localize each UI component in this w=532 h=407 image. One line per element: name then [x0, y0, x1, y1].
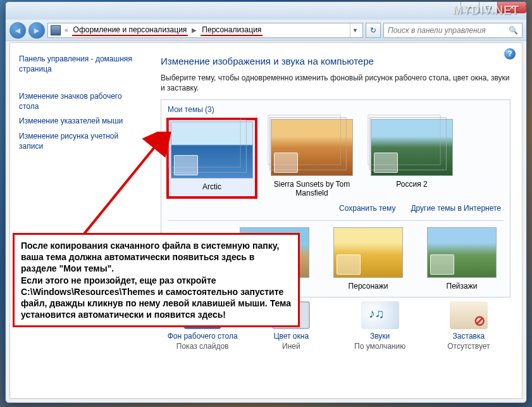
breadcrumb-dropdown[interactable]: ▼: [350, 23, 360, 37]
setting-value: Отсутствует: [427, 342, 510, 351]
address-bar[interactable]: « Оформление и персонализация ▶ Персонал…: [47, 23, 363, 38]
setting-title: Фон рабочего стола: [161, 332, 244, 341]
theme-arctic[interactable]: Arctic: [168, 119, 256, 197]
sidebar: Панель управления - домашняя страница Из…: [10, 43, 149, 398]
setting-title: Звуки: [338, 332, 422, 341]
annotation-box: После копирования скачанного файла в сис…: [13, 233, 300, 327]
chevron-right-icon: ▶: [189, 27, 199, 34]
page-description: Выберите тему, чтобы одновременно измени…: [161, 73, 510, 93]
theme-label: Arctic: [168, 182, 256, 191]
themes-online-link[interactable]: Другие темы в Интернете: [411, 204, 501, 213]
nav-forward-button[interactable]: ►: [28, 22, 45, 39]
sidebar-desktop-icons-link[interactable]: Изменение значков рабочего стола: [19, 92, 140, 111]
theme-label: Россия 2: [368, 180, 456, 189]
nav-toolbar: ◄ ► « Оформление и персонализация ▶ Перс…: [6, 20, 526, 41]
my-themes-label: Мои темы (3): [168, 105, 504, 114]
theme-label: Пейзажи: [424, 282, 500, 291]
sounds-button[interactable]: Звуки По умолчанию: [338, 301, 422, 351]
page-title: Изменение изображения и звука на компьют…: [161, 56, 510, 66]
main-panel: ? Изменение изображения и звука на компь…: [149, 43, 522, 398]
chevron-right-icon: «: [62, 27, 71, 34]
theme-sierra[interactable]: Sierra Sunsets by Tom Mansfield: [268, 119, 356, 197]
theme-characters[interactable]: Персонажи: [330, 227, 406, 291]
theme-russia[interactable]: Россия 2: [368, 119, 456, 197]
setting-value: Иней: [249, 342, 333, 351]
help-icon[interactable]: ?: [504, 48, 516, 59]
setting-title: Заставка: [427, 332, 510, 341]
sound-icon: [361, 301, 399, 329]
theme-label: Sierra Sunsets by Tom Mansfield: [268, 180, 356, 197]
breadcrumb-appearance[interactable]: Оформление и персонализация: [72, 24, 189, 36]
search-placeholder: Поиск в панели управления: [388, 26, 486, 35]
sidebar-mouse-pointers-link[interactable]: Изменение указателей мыши: [19, 116, 140, 127]
content-area: Панель управления - домашняя страница Из…: [9, 42, 523, 399]
titlebar: — ▭ ✕: [6, 2, 526, 20]
search-input[interactable]: Поиск в панели управления 🔍: [383, 23, 523, 38]
refresh-button[interactable]: ↻: [366, 23, 381, 38]
divider: [168, 220, 504, 221]
nav-back-button[interactable]: ◄: [9, 22, 26, 39]
setting-value: Показ слайдов: [161, 342, 244, 351]
explorer-window: — ▭ ✕ ◄ ► « Оформление и персонализация …: [5, 1, 527, 403]
screensaver-icon: [450, 301, 488, 329]
control-panel-icon: [51, 25, 61, 35]
watermark: MYDIV.NET: [453, 4, 519, 17]
setting-title: Цвет окна: [249, 332, 333, 341]
sidebar-home-link[interactable]: Панель управления - домашняя страница: [19, 54, 140, 74]
save-theme-link[interactable]: Сохранить тему: [339, 204, 395, 213]
breadcrumb-personalization[interactable]: Персонализация: [201, 24, 263, 36]
setting-value: По умолчанию: [338, 342, 422, 351]
theme-landscapes[interactable]: Пейзажи: [424, 227, 500, 291]
sidebar-account-picture-link[interactable]: Изменение рисунка учетной записи: [19, 132, 140, 151]
search-icon: 🔍: [509, 26, 518, 35]
screensaver-button[interactable]: Заставка Отсутствует: [427, 301, 510, 351]
theme-label: Персонажи: [330, 282, 406, 291]
